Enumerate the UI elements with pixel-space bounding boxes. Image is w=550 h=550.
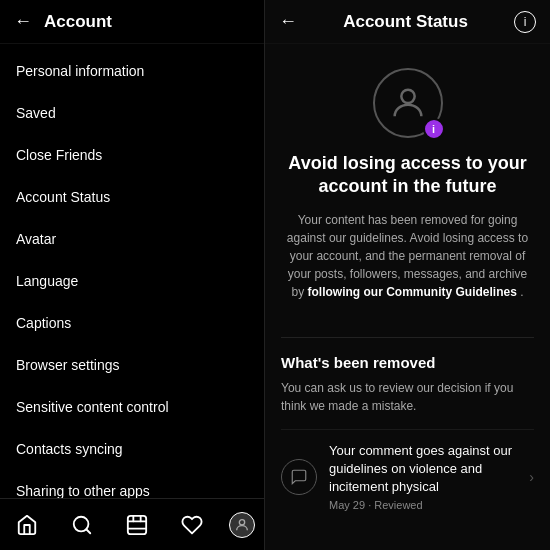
hero-heading: Avoid losing access to your account in t… xyxy=(281,152,534,199)
bottom-nav xyxy=(0,498,264,550)
menu-item-avatar[interactable]: Avatar xyxy=(0,218,264,260)
svg-rect-2 xyxy=(128,515,146,533)
left-header: ← Account xyxy=(0,0,264,44)
community-guidelines-link[interactable]: following our Community Guidelines xyxy=(308,285,517,299)
info-icon[interactable]: i xyxy=(514,11,536,33)
menu-item-language[interactable]: Language xyxy=(0,260,264,302)
avatar-wrapper: i xyxy=(373,68,443,138)
menu-item-saved[interactable]: Saved xyxy=(0,92,264,134)
svg-point-7 xyxy=(239,519,244,524)
right-header: ← Account Status i xyxy=(265,0,550,44)
removed-item[interactable]: Your comment goes against our guidelines… xyxy=(281,429,534,524)
divider xyxy=(281,337,534,338)
removed-item-title: Your comment goes against our guidelines… xyxy=(329,442,521,497)
menu-item-account-status[interactable]: Account Status xyxy=(0,176,264,218)
svg-point-8 xyxy=(401,90,414,103)
left-panel: ← Account Personal informationSavedClose… xyxy=(0,0,265,550)
search-nav-button[interactable] xyxy=(64,507,100,543)
menu-item-captions[interactable]: Captions xyxy=(0,302,264,344)
left-menu: Personal informationSavedClose FriendsAc… xyxy=(0,44,264,498)
right-back-icon[interactable]: ← xyxy=(279,11,297,32)
chevron-right-icon: › xyxy=(529,469,534,485)
menu-item-close-friends[interactable]: Close Friends xyxy=(0,134,264,176)
removed-item-meta: May 29 · Reviewed xyxy=(329,499,521,511)
right-panel: ← Account Status i i Avoid losing access… xyxy=(265,0,550,550)
warning-badge: i xyxy=(423,118,445,140)
menu-item-personal-information[interactable]: Personal information xyxy=(0,50,264,92)
heart-nav-button[interactable] xyxy=(174,507,210,543)
right-content: i Avoid losing access to your account in… xyxy=(265,44,550,550)
removed-section-title: What's been removed xyxy=(281,354,534,371)
menu-item-sharing-other-apps[interactable]: Sharing to other apps xyxy=(0,470,264,498)
menu-item-contacts-syncing[interactable]: Contacts syncing xyxy=(0,428,264,470)
hero-body: Your content has been removed for going … xyxy=(281,211,534,301)
profile-nav-button[interactable] xyxy=(229,512,255,538)
removed-section-desc: You can ask us to review our decision if… xyxy=(281,379,534,415)
menu-item-browser-settings[interactable]: Browser settings xyxy=(0,344,264,386)
hero-section: i Avoid losing access to your account in… xyxy=(281,44,534,321)
home-nav-button[interactable] xyxy=(9,507,45,543)
menu-item-sensitive-content[interactable]: Sensitive content control xyxy=(0,386,264,428)
removed-item-info: Your comment goes against our guidelines… xyxy=(329,442,521,512)
comment-icon xyxy=(281,459,317,495)
left-title: Account xyxy=(44,12,112,32)
right-title: Account Status xyxy=(343,12,468,32)
svg-line-1 xyxy=(86,529,90,533)
back-icon[interactable]: ← xyxy=(14,11,32,32)
reels-nav-button[interactable] xyxy=(119,507,155,543)
